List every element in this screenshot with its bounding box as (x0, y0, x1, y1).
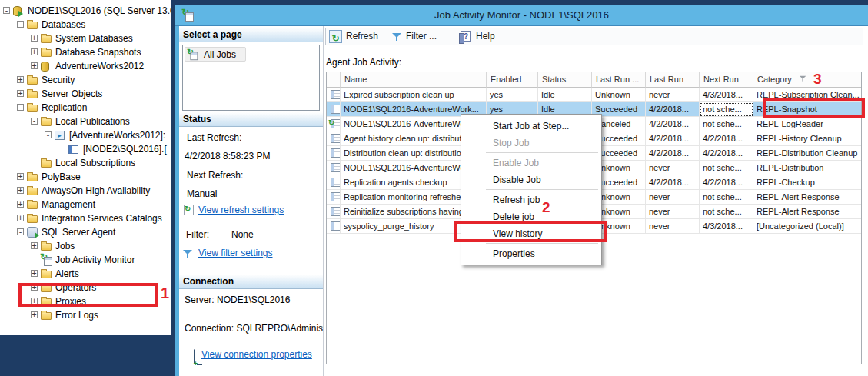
help-icon[interactable] (461, 31, 471, 42)
status-section-header: Status (179, 112, 323, 127)
folder-icon (41, 160, 52, 168)
cell-enabled: yes (487, 88, 538, 102)
tree-item-adventureworks2012[interactable]: +AdventureWorks2012 (0, 59, 171, 73)
expand-toggle-icon[interactable]: + (17, 201, 24, 208)
cell-category: [Uncategorized (Local)] (753, 219, 862, 234)
tree-item-error-logs[interactable]: +Error Logs (0, 308, 171, 322)
tree-item-local-publications[interactable]: -Local Publications (0, 115, 171, 128)
refresh-icon[interactable]: ↻ (329, 30, 342, 43)
tree-item-system-databases[interactable]: +System Databases (0, 32, 171, 45)
column-header-enabled[interactable]: Enabled (487, 72, 538, 88)
tree-item-label: AlwaysOn High Availability (42, 184, 150, 198)
tree-item-alerts[interactable]: +Alerts (0, 267, 171, 281)
tree-item-label: Job Activity Monitor (55, 253, 135, 267)
ssms-application: Object Explorer Connect▼ ↻ -NODE1\SQL201… (0, 0, 868, 376)
cell-category: REPL-Distribution (753, 161, 862, 175)
tree-item-label: Databases (42, 18, 85, 32)
expand-toggle-icon[interactable]: + (17, 76, 24, 83)
collapse-toggle-icon[interactable]: - (17, 21, 24, 28)
job-context-menu: Start Job at Step...Stop JobEnable JobDi… (461, 114, 602, 265)
tree-item-alwayson-high-availability[interactable]: +AlwaysOn High Availability (0, 184, 171, 198)
column-header-name[interactable]: Name (341, 72, 487, 88)
tree-item-label: Database Snapshots (55, 45, 141, 59)
tree-item-label: Jobs (55, 239, 75, 253)
collapse-toggle-icon[interactable]: - (3, 7, 10, 14)
collapse-toggle-icon[interactable]: - (17, 228, 24, 235)
tree-item-polybase[interactable]: +PolyBase (0, 170, 171, 184)
expand-toggle-icon[interactable]: + (31, 35, 38, 42)
tree-item-label: Local Subscriptions (55, 156, 135, 170)
collapse-toggle-icon[interactable]: - (31, 118, 38, 125)
expand-toggle-icon[interactable]: + (31, 48, 38, 55)
tree-item-adventureworks2012[interactable]: -[AdventureWorks2012]: (0, 128, 171, 142)
column-header-category[interactable]: Category (753, 72, 862, 88)
tree-item-server-objects[interactable]: +Server Objects (0, 87, 171, 101)
expand-toggle-icon[interactable]: + (31, 62, 38, 69)
tree-item-replication[interactable]: -Replication (0, 101, 171, 115)
menu-item-enable-job: Enable Job (462, 155, 600, 171)
window-title-bar: Job Activity Monitor - NODE1\SQL2016 (175, 5, 868, 26)
collapse-toggle-icon[interactable]: - (17, 104, 24, 111)
menu-item-start-job-at-step[interactable]: Start Job at Step... (462, 118, 600, 135)
menu-item-properties[interactable]: Properties (462, 245, 600, 262)
expand-toggle-icon[interactable]: + (31, 270, 38, 277)
jam-toolbar: ↻ Refresh Filter ... Help (325, 28, 863, 45)
jam-icon (41, 254, 53, 266)
next-refresh-value: Manual (187, 188, 217, 199)
view-connection-properties-link[interactable]: View connection properties (201, 349, 312, 360)
tree-item-node1-sql2016-sql-server-13-0-1[interactable]: -NODE1\SQL2016 (SQL Server 13.0.1 (0, 4, 171, 18)
tree-item-security[interactable]: +Security (0, 73, 171, 87)
tree-item-label: [AdventureWorks2012]: (69, 128, 165, 142)
tree-item-databases[interactable]: -Databases (0, 18, 171, 32)
page-list: All Jobs (182, 45, 320, 111)
expand-toggle-icon[interactable]: + (17, 215, 24, 221)
expand-toggle-icon[interactable]: + (31, 242, 38, 249)
menu-item-refresh-job[interactable]: Refresh job (462, 191, 600, 208)
view-filter-settings-link[interactable]: View filter settings (198, 248, 273, 258)
select-a-page-header: Select a page (179, 28, 323, 42)
tree-item-label: PolyBase (42, 170, 81, 184)
tree-item-management[interactable]: +Management (0, 198, 171, 211)
folder-icon (27, 22, 38, 29)
cell-last_run: 4/2/2018... (646, 175, 700, 190)
expand-toggle-icon[interactable]: + (17, 90, 24, 97)
tree-item-node2-sql2016[interactable]: [NODE2\SQL2016].[ (0, 142, 171, 156)
cell-last_run: 4/2/2018... (646, 131, 700, 146)
expand-toggle-icon[interactable]: + (17, 187, 24, 194)
tree-item-sql-server-agent[interactable]: -SQL Server Agent (0, 225, 171, 239)
tree-item-label: Security (42, 73, 75, 87)
job-icon-cell (327, 102, 341, 117)
page-item-all-jobs[interactable]: All Jobs (185, 47, 246, 62)
job-icon (331, 178, 341, 187)
filter-funnel-icon[interactable] (392, 32, 402, 42)
column-header-last-run[interactable]: Last Run (646, 72, 700, 88)
filter-button[interactable]: Filter ... (406, 28, 437, 45)
job-icon (331, 148, 341, 158)
collapse-toggle-icon[interactable]: - (45, 131, 52, 138)
column-header-next-run[interactable]: Next Run (700, 72, 753, 88)
cell-category: REPL-Alert Response (753, 190, 862, 205)
column-header-status[interactable]: Status (538, 72, 592, 88)
tree-item-database-snapshots[interactable]: +Database Snapshots (0, 45, 171, 59)
tree-item-job-activity-monitor[interactable]: Job Activity Monitor (0, 253, 171, 267)
help-button[interactable]: Help (476, 28, 495, 45)
column-filter-icon[interactable] (800, 75, 806, 82)
last-refresh-value: 4/2/2018 8:58:23 PM (185, 151, 270, 161)
tree-item-integration-services-catalogs[interactable]: +Integration Services Catalogs (0, 211, 171, 225)
table-icon (68, 145, 78, 154)
menu-item-disable-job[interactable]: Disable Job (462, 171, 600, 188)
last-refresh-label: Last Refresh: (187, 132, 241, 143)
tree-item-label: System Databases (55, 32, 133, 45)
job-icon-cell (327, 205, 341, 219)
tree-item-label: [NODE2\SQL2016].[ (83, 142, 167, 156)
column-header-last-run-outcome[interactable]: Last Run ... (592, 72, 646, 88)
refresh-button[interactable]: Refresh (346, 28, 378, 45)
view-refresh-settings-link[interactable]: View refresh settings (198, 205, 284, 215)
tree-item-local-subscriptions[interactable]: Local Subscriptions (0, 156, 171, 170)
expand-toggle-icon[interactable]: + (31, 311, 38, 318)
cell-category: REPL-Checkup (753, 175, 862, 190)
job-icon-cell (327, 190, 341, 205)
expand-toggle-icon[interactable]: + (17, 173, 24, 180)
tree-item-jobs[interactable]: +Jobs (0, 239, 171, 253)
job-activity-monitor-icon (188, 49, 198, 60)
